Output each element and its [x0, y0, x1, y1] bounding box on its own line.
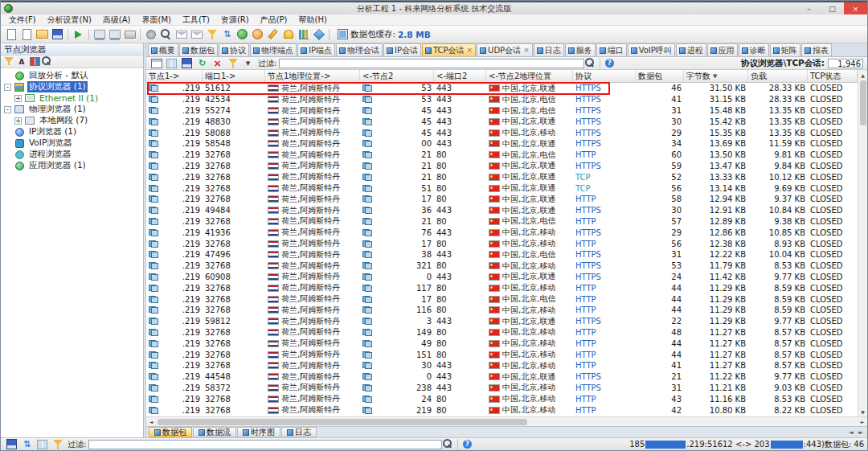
column-header[interactable]: TCP状态 [808, 70, 858, 82]
tab-矩阵[interactable]: 矩阵 [770, 43, 800, 56]
expand-icon[interactable]: + [14, 117, 22, 125]
session-filter-input[interactable] [279, 59, 584, 68]
table-row[interactable]: .21932768荷兰,阿姆斯特丹11780中国,北京,移动HTTP4411.2… [146, 282, 858, 293]
menu-item[interactable]: 产品(P) [255, 14, 293, 26]
column-header[interactable]: 数据包 [636, 70, 684, 82]
tab-scroll-left-icon[interactable]: ◄ [846, 429, 856, 436]
locate-node-icon[interactable] [42, 56, 53, 67]
table-row[interactable]: .21942534荷兰,阿姆斯特丹53443中国,北京,电信HTTPS4131.… [146, 94, 858, 105]
column-header[interactable]: 负载 [748, 70, 808, 82]
tab-端口[interactable]: 端口 [596, 43, 627, 56]
close-button[interactable]: × [844, 2, 867, 14]
search-icon[interactable] [159, 28, 173, 41]
tab-scroll-right-icon[interactable]: ► [856, 429, 866, 436]
open-project-icon[interactable] [35, 28, 49, 41]
tab-TCP会话[interactable]: TCP会话× [422, 43, 476, 56]
tree-item[interactable]: -物理浏览器 (1) [1, 104, 143, 115]
scroll-up-icon[interactable]: ▲ [858, 70, 868, 80]
column-header[interactable]: <-节点2 [360, 70, 434, 82]
bottom-filter-input[interactable] [88, 440, 442, 449]
tab-物理会话[interactable]: 物理会话 [336, 43, 383, 56]
table-row[interactable]: .21932768荷兰,阿姆斯特丹30443中国,北京,移动HTTP4111.2… [146, 360, 858, 371]
node-filter-icon[interactable] [3, 56, 14, 67]
save-project-icon[interactable] [51, 28, 64, 41]
column-header[interactable]: 节点1-> [146, 70, 203, 82]
analysis-settings-icon[interactable] [144, 28, 158, 41]
filter-funnel-icon[interactable] [226, 57, 240, 70]
replay-monitor-icon[interactable] [108, 28, 121, 41]
tab-应用[interactable]: 应用 [707, 43, 738, 56]
tree-item[interactable]: +Ethernet II (1) [1, 92, 143, 104]
sort-alpha-icon[interactable] [16, 56, 27, 67]
scroll-down-icon[interactable]: ▼ [858, 407, 868, 416]
tab-进程[interactable]: 进程 [676, 43, 706, 56]
menu-item[interactable]: 文件(F) [3, 14, 42, 26]
column-header[interactable]: <-节点2地理位置 [486, 70, 573, 82]
tab-IP会话[interactable]: IP会话 [383, 43, 421, 56]
tree-item[interactable]: 回放分析 - 默认 [1, 70, 143, 81]
bottom-tab-日志[interactable]: 日志 [281, 427, 317, 437]
clear-icon[interactable] [211, 57, 224, 70]
horizontal-scrollbar[interactable]: ◄ ► [146, 416, 867, 426]
address-book-icon[interactable] [29, 56, 40, 67]
tab-物理端点[interactable]: 物理端点 [250, 43, 297, 56]
table-row[interactable]: .21932768荷兰,阿姆斯特丹4980中国,北京,移动HTTP4411.27… [146, 338, 858, 349]
menu-item[interactable]: 界面(M) [137, 14, 177, 26]
column-header[interactable]: 字节数▼ [684, 70, 748, 82]
table-row[interactable]: .21958372荷兰,阿姆斯特丹238443中国,北京,移动HTTPS3111… [146, 383, 858, 394]
table-row[interactable]: .21947496荷兰,阿姆斯特丹38443中国,北京,电信HTTPS3112.… [146, 249, 858, 260]
field-chooser-icon[interactable] [165, 57, 178, 70]
table-row[interactable]: .21932768荷兰,阿姆斯特丹1780中国,北京,移动HTTP5612.38… [146, 238, 858, 249]
tab-VoIP呼叫[interactable]: VoIP呼叫 [628, 43, 675, 56]
export-data-icon[interactable] [174, 28, 188, 41]
column-header[interactable]: 协议 [573, 70, 636, 82]
tab-诊断[interactable]: 诊断 [739, 43, 769, 56]
tree-item[interactable]: IP浏览器 (1) [1, 126, 143, 137]
adapter-monitor-icon[interactable] [92, 28, 106, 41]
tree-item[interactable]: 进程浏览器 [1, 149, 143, 160]
table-row[interactable]: .21932768荷兰,阿姆斯特丹1780中国,北京,联通HTTP5812.94… [146, 194, 858, 205]
table-row[interactable]: .21959812荷兰,阿姆斯特丹3443中国,北京,联通HTTPS2211.2… [146, 316, 858, 327]
start-analysis-icon[interactable] [72, 28, 85, 41]
tab-服务[interactable]: 服务 [565, 43, 596, 56]
tab-日志[interactable]: 日志 [534, 43, 564, 56]
tab-协议[interactable]: 协议 [219, 43, 249, 56]
table-row[interactable]: .21944548荷兰,阿姆斯特丹0443中国,北京,联通HTTPS2111.2… [146, 371, 858, 383]
table-row[interactable]: .21948830荷兰,阿姆斯特丹45443中国,北京,联通HTTPS3015.… [146, 116, 858, 127]
table-row[interactable]: .21932768荷兰,阿姆斯特丹15180中国,北京,移动HTTP4411.2… [146, 349, 858, 360]
table-row[interactable]: .21932768荷兰,阿姆斯特丹21980中国,北京,移动HTTP4210.8… [146, 404, 858, 416]
export-list-icon[interactable] [180, 57, 194, 70]
horizontal-scroll-thumb[interactable] [158, 419, 527, 425]
table-row[interactable]: .21958088荷兰,阿姆斯特丹45443中国,北京,移动HTTPS2915.… [146, 127, 858, 138]
help-icon[interactable] [604, 58, 615, 68]
table-row[interactable]: .21932768荷兰,阿姆斯特丹2180中国,北京,联通HTTPS5913.4… [146, 161, 858, 172]
expand-icon[interactable]: + [14, 95, 22, 102]
online-resource-icon[interactable] [235, 28, 249, 41]
bottom-tab-数据包[interactable]: 数据包 [149, 427, 192, 437]
tree-item[interactable]: +本地网段 (7) [1, 115, 143, 126]
filter-edit-icon[interactable] [51, 438, 64, 451]
vertical-scroll-thumb[interactable] [860, 80, 866, 125]
tree-item[interactable]: VoIP浏览器 [1, 137, 143, 149]
table-row[interactable]: .21932768荷兰,阿姆斯特丹2180中国,北京,电信HTTP5712.89… [146, 216, 858, 228]
tab-close-icon[interactable]: × [467, 47, 473, 54]
tab-UDP会话[interactable]: UDP会话× [477, 43, 533, 56]
tree-item[interactable]: -协议浏览器 (1) [1, 81, 143, 92]
save-packets-icon[interactable] [5, 438, 18, 451]
bottom-tab-数据流[interactable]: 数据流 [193, 427, 236, 437]
table-row[interactable]: .21960908荷兰,阿姆斯特丹0443中国,北京,联通HTTPS2411.4… [146, 272, 858, 283]
column-header[interactable]: <-端口2 [434, 70, 486, 82]
table-row[interactable]: .21941936荷兰,阿姆斯特丹76443中国,北京,移动HTTPS2912.… [146, 227, 858, 238]
search-icon[interactable] [585, 58, 596, 68]
filter-dropdown-icon[interactable] [241, 57, 255, 70]
column-header[interactable]: 端口1-> [203, 70, 265, 82]
table-row[interactable]: .21932768荷兰,阿姆斯特丹2180中国,北京,联通TCP5213.33 … [146, 171, 858, 182]
send-mail-icon[interactable] [190, 28, 203, 41]
maximize-button[interactable]: □ [821, 2, 844, 14]
table-row[interactable]: .21949484荷兰,阿姆斯特丹36443中国,北京,联通HTTPS3012.… [146, 205, 858, 216]
menu-item[interactable]: 工具(T) [177, 14, 215, 26]
scroll-right-icon[interactable]: ► [858, 419, 867, 424]
table-row[interactable]: .21932768荷兰,阿姆斯特丹11680中国,北京,移动HTTP4411.2… [146, 305, 858, 316]
new-project-icon[interactable] [5, 28, 18, 41]
table-view-icon[interactable] [149, 57, 163, 70]
